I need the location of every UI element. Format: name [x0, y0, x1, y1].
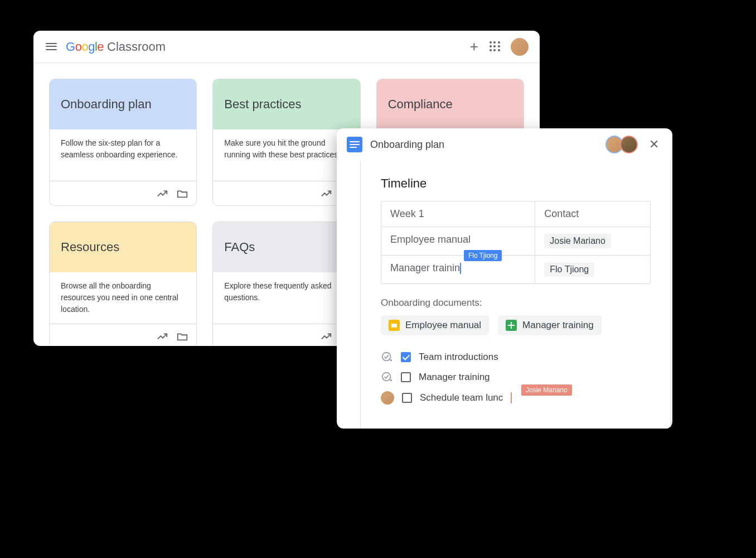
table-row: Employee manual Josie Mariano [381, 227, 650, 256]
card-title: Resources [61, 240, 119, 254]
card-title: Compliance [388, 97, 453, 112]
checklist-label: Schedule team lunc [420, 392, 503, 403]
checkbox[interactable] [401, 372, 411, 382]
svg-point-0 [382, 353, 391, 361]
chip-label: Employee manual [405, 320, 481, 331]
collaborator-avatars [605, 136, 638, 153]
card-footer [50, 181, 196, 205]
table-cell-contact: Flo Tjiong [535, 256, 650, 283]
checklist: Team introductions Manager training Sche… [381, 351, 651, 405]
contact-chip[interactable]: Flo Tjiong [544, 262, 594, 277]
card-header: Compliance [377, 79, 524, 129]
collaborator-avatar[interactable] [620, 136, 638, 153]
collaborator-cursor-flag: Flo Tjiong [464, 250, 502, 261]
google-docs-icon [347, 137, 362, 152]
checklist-item: Team introductions [381, 351, 651, 363]
card-description: Browse all the onboarding resources you … [50, 272, 196, 324]
class-card[interactable]: Onboarding plan Follow the six-step plan… [49, 79, 197, 206]
docs-header: Onboarding plan ✕ [337, 128, 672, 161]
add-task-icon[interactable] [381, 371, 393, 383]
timeline-table: Week 1 Contact Employee manual Josie Mar… [381, 201, 651, 284]
add-task-icon[interactable] [381, 351, 393, 363]
timeline-heading: Timeline [381, 176, 651, 191]
collaborator-avatar-small [381, 391, 394, 405]
card-footer [50, 324, 196, 346]
document-chips: Employee manualManager training [381, 315, 651, 335]
analytics-icon[interactable] [320, 187, 332, 200]
document-chip[interactable]: Employee manual [381, 315, 489, 335]
doc-title: Onboarding plan [370, 139, 598, 151]
document-chip[interactable]: Manager training [498, 315, 602, 335]
menu-icon[interactable] [45, 40, 58, 54]
checkbox[interactable] [401, 352, 411, 362]
collaborator-cursor-flag: Josie Mariano [521, 384, 572, 396]
collaborator-cursor [460, 263, 461, 274]
folder-icon[interactable] [176, 187, 188, 200]
contact-chip[interactable]: Josie Mariano [544, 234, 611, 248]
apps-grid-icon[interactable] [490, 41, 501, 52]
google-slides-icon [389, 320, 400, 331]
doc-body: Timeline Week 1 Contact Employee manual … [337, 161, 672, 429]
close-icon[interactable]: ✕ [646, 137, 662, 152]
collaborator-cursor [511, 392, 512, 403]
checkbox[interactable] [402, 393, 412, 403]
section-label: Onboarding documents: [381, 297, 651, 309]
docs-window: Onboarding plan ✕ Timeline Week 1 Contac… [337, 128, 672, 429]
checklist-item: Manager training [381, 371, 651, 383]
table-cell-item: Manager trainin Flo Tjiong [381, 256, 535, 283]
add-icon[interactable]: + [470, 38, 478, 55]
analytics-icon[interactable] [320, 330, 332, 343]
card-title: Onboarding plan [61, 97, 152, 112]
class-card[interactable]: Resources Browse all the onboarding reso… [49, 222, 197, 346]
google-logo: Google [66, 40, 104, 54]
card-header: Best practices [213, 79, 360, 129]
card-header: Onboarding plan [50, 79, 196, 129]
card-title: FAQs [224, 240, 255, 254]
folder-icon[interactable] [176, 330, 188, 343]
product-name: Classroom [107, 40, 166, 54]
table-header-row: Week 1 Contact [381, 201, 650, 227]
table-cell-item: Employee manual [381, 227, 535, 255]
chip-label: Manager training [522, 320, 594, 331]
checklist-label: Team introductions [419, 352, 498, 363]
google-sheets-icon [506, 320, 517, 331]
checklist-item: Schedule team lunc Josie Mariano [381, 391, 651, 405]
table-row: Manager trainin Flo Tjiong Flo Tjiong [381, 256, 650, 283]
table-header-week: Week 1 [381, 201, 535, 227]
analytics-icon[interactable] [156, 330, 168, 343]
svg-point-3 [382, 373, 391, 381]
analytics-icon[interactable] [156, 187, 168, 200]
doc-page: Timeline Week 1 Contact Employee manual … [360, 161, 671, 429]
user-avatar[interactable] [511, 38, 529, 56]
card-description: Follow the six-step plan for a seamless … [50, 129, 196, 181]
card-title: Best practices [224, 97, 301, 112]
checklist-label: Manager training [419, 372, 490, 383]
classroom-header: Google Classroom + [33, 31, 540, 63]
table-cell-contact: Josie Mariano [535, 227, 650, 255]
table-header-contact: Contact [535, 201, 650, 227]
card-header: Resources [50, 222, 196, 272]
